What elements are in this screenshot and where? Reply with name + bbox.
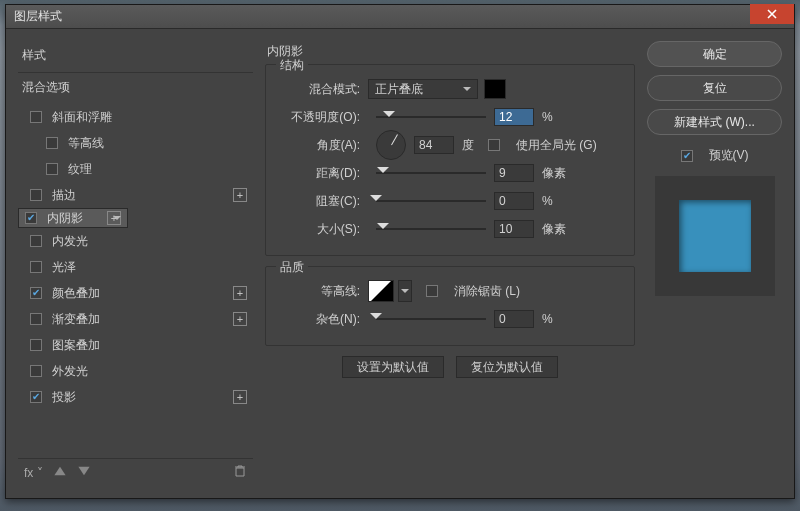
trash-icon[interactable]: [233, 464, 247, 481]
effect-checkbox[interactable]: [30, 261, 42, 273]
effect-row-9[interactable]: 图案叠加: [18, 332, 253, 358]
angle-unit: 度: [462, 137, 474, 154]
add-effect-icon[interactable]: +: [233, 390, 247, 404]
structure-group-label: 结构: [276, 57, 308, 74]
size-unit: 像素: [542, 221, 566, 238]
ok-button[interactable]: 确定: [647, 41, 782, 67]
quality-group: 品质 等高线: 消除锯齿 (L) 杂色(N): 0 %: [265, 266, 635, 346]
effect-checkbox[interactable]: [46, 137, 58, 149]
effect-row-8[interactable]: 渐变叠加+: [18, 306, 253, 332]
effect-row-3[interactable]: 描边+: [18, 182, 253, 208]
distance-slider[interactable]: [376, 165, 486, 181]
noise-label: 杂色(N):: [278, 311, 368, 328]
effect-checkbox[interactable]: [30, 111, 42, 123]
effect-checkbox[interactable]: [30, 391, 42, 403]
distance-input[interactable]: 9: [494, 164, 534, 182]
antialias-checkbox[interactable]: 消除锯齿 (L): [426, 283, 520, 300]
preview-swatch: [679, 200, 751, 272]
angle-label: 角度(A):: [278, 137, 368, 154]
blend-mode-select[interactable]: 正片叠底: [368, 79, 478, 99]
add-effect-icon[interactable]: +: [233, 286, 247, 300]
global-light-checkbox[interactable]: 使用全局光 (G): [488, 137, 597, 154]
checkbox-icon: [681, 150, 693, 162]
effect-checkbox[interactable]: [30, 287, 42, 299]
effect-label: 颜色叠加: [52, 285, 100, 302]
effect-label: 描边: [52, 187, 76, 204]
noise-slider[interactable]: [376, 311, 486, 327]
make-default-button[interactable]: 设置为默认值: [342, 356, 444, 378]
effect-row-11[interactable]: 投影+: [18, 384, 253, 410]
effects-list: 斜面和浮雕等高线纹理描边+内阴影+内发光光泽颜色叠加+渐变叠加+图案叠加外发光投…: [18, 104, 253, 458]
effect-row-6[interactable]: 光泽: [18, 254, 253, 280]
preview-area: [655, 176, 775, 296]
add-effect-icon[interactable]: +: [233, 188, 247, 202]
distance-label: 距离(D):: [278, 165, 368, 182]
size-input[interactable]: 10: [494, 220, 534, 238]
effect-label: 投影: [52, 389, 76, 406]
contour-label: 等高线:: [278, 283, 368, 300]
effect-checkbox[interactable]: [30, 339, 42, 351]
choke-slider[interactable]: [376, 193, 486, 209]
shadow-color-swatch[interactable]: [484, 79, 506, 99]
effect-row-4[interactable]: 内阴影+: [18, 208, 128, 228]
size-slider[interactable]: [376, 221, 486, 237]
effect-checkbox[interactable]: [30, 235, 42, 247]
effect-checkbox[interactable]: [30, 313, 42, 325]
structure-group: 结构 混合模式: 正片叠底 不透明度(O): 12 % 角度(A): 84 度: [265, 64, 635, 256]
layer-style-dialog: 图层样式 样式 混合选项 斜面和浮雕等高线纹理描边+内阴影+内发光光泽颜色叠加+…: [5, 4, 795, 499]
move-up-icon[interactable]: [53, 464, 67, 481]
angle-input[interactable]: 84: [414, 136, 454, 154]
noise-input[interactable]: 0: [494, 310, 534, 328]
effect-label: 外发光: [52, 363, 88, 380]
effects-sidebar: 样式 混合选项 斜面和浮雕等高线纹理描边+内阴影+内发光光泽颜色叠加+渐变叠加+…: [18, 41, 253, 486]
blend-mode-label: 混合模式:: [278, 81, 368, 98]
effect-checkbox[interactable]: [25, 212, 37, 224]
checkbox-icon: [488, 139, 500, 151]
checkbox-icon: [426, 285, 438, 297]
contour-dropdown[interactable]: [398, 280, 412, 302]
effect-label: 纹理: [68, 161, 92, 178]
angle-dial[interactable]: [376, 130, 406, 160]
add-effect-icon[interactable]: +: [233, 312, 247, 326]
effect-row-10[interactable]: 外发光: [18, 358, 253, 384]
new-style-button[interactable]: 新建样式 (W)...: [647, 109, 782, 135]
effect-label: 内发光: [52, 233, 88, 250]
size-label: 大小(S):: [278, 221, 368, 238]
distance-unit: 像素: [542, 165, 566, 182]
dialog-title: 图层样式: [14, 8, 62, 25]
effect-row-2[interactable]: 纹理: [18, 156, 253, 182]
effect-label: 光泽: [52, 259, 76, 276]
quality-group-label: 品质: [276, 259, 308, 276]
effect-label: 图案叠加: [52, 337, 100, 354]
opacity-label: 不透明度(O):: [278, 109, 368, 126]
styles-header[interactable]: 样式: [18, 41, 253, 72]
titlebar[interactable]: 图层样式: [6, 5, 794, 29]
close-icon: [767, 9, 777, 19]
effect-label: 斜面和浮雕: [52, 109, 112, 126]
effect-label: 内阴影: [47, 210, 83, 227]
fx-menu-button[interactable]: fx ˅: [24, 466, 43, 480]
contour-preview[interactable]: [368, 280, 394, 302]
action-column: 确定 复位 新建样式 (W)... 预览(V): [647, 41, 782, 486]
blending-options-header[interactable]: 混合选项: [18, 72, 253, 104]
preview-checkbox[interactable]: 预览(V): [647, 147, 782, 164]
effect-checkbox[interactable]: [30, 189, 42, 201]
choke-input[interactable]: 0: [494, 192, 534, 210]
cancel-button[interactable]: 复位: [647, 75, 782, 101]
noise-unit: %: [542, 312, 553, 326]
add-effect-icon[interactable]: +: [107, 211, 121, 225]
effect-label: 等高线: [68, 135, 104, 152]
choke-label: 阻塞(C):: [278, 193, 368, 210]
move-down-icon[interactable]: [77, 464, 91, 481]
opacity-input[interactable]: 12: [494, 108, 534, 126]
reset-default-button[interactable]: 复位为默认值: [456, 356, 558, 378]
effect-row-0[interactable]: 斜面和浮雕: [18, 104, 253, 130]
settings-panel: 内阴影 结构 混合模式: 正片叠底 不透明度(O): 12 % 角度(A):: [265, 41, 635, 486]
effect-checkbox[interactable]: [46, 163, 58, 175]
effect-row-5[interactable]: 内发光: [18, 228, 253, 254]
effect-row-1[interactable]: 等高线: [18, 130, 253, 156]
close-button[interactable]: [750, 4, 794, 24]
effect-row-7[interactable]: 颜色叠加+: [18, 280, 253, 306]
opacity-slider[interactable]: [376, 109, 486, 125]
effect-checkbox[interactable]: [30, 365, 42, 377]
